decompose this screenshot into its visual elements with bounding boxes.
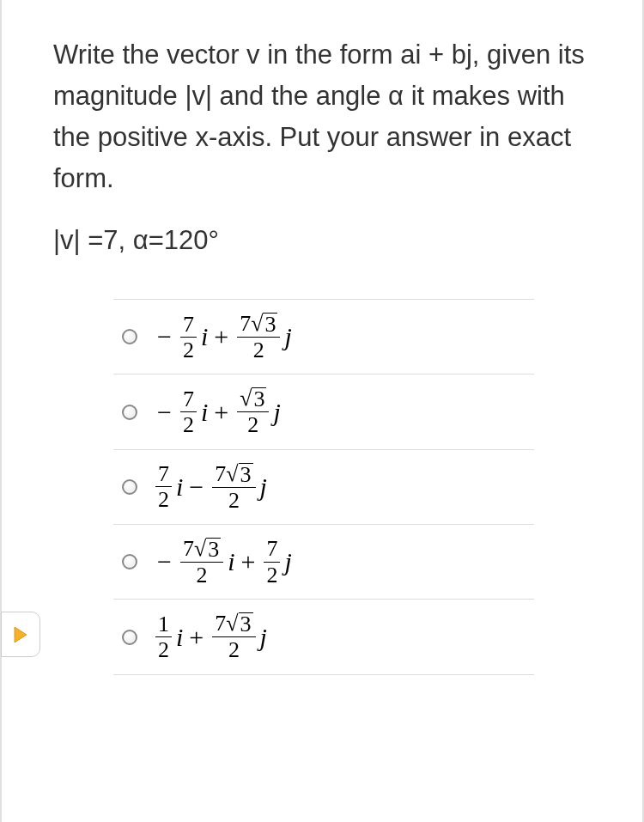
options-list: − 7 2 i + 7√3 2 j — [113, 299, 534, 674]
mid-op: + — [214, 398, 228, 427]
j-var: j — [284, 547, 291, 576]
sign-a: − — [157, 547, 172, 576]
radio-icon[interactable] — [122, 630, 137, 645]
fraction-b: 7√3 2 — [212, 462, 255, 512]
page-container: Write the vector v in the form ai + bj, … — [0, 0, 644, 822]
mid-op: + — [241, 547, 256, 576]
question-text: Write the vector v in the form ai + bj, … — [53, 34, 595, 199]
mid-op: + — [189, 623, 204, 652]
fraction-b: √3 2 — [237, 387, 269, 436]
radio-icon[interactable] — [122, 329, 137, 344]
radio-icon[interactable] — [122, 405, 137, 420]
radio-icon[interactable] — [122, 554, 137, 569]
option-expression: 7 2 i − 7√3 2 j — [153, 462, 267, 512]
option-expression: − 7 2 i + 7√3 2 j — [153, 312, 292, 362]
option-row[interactable]: − 7 2 i + 7√3 2 j — [113, 300, 534, 374]
fraction-b: 7 2 — [264, 537, 280, 587]
option-row[interactable]: − 7 2 i + √3 2 j — [113, 374, 534, 449]
mid-op: − — [189, 472, 204, 502]
j-var: j — [284, 322, 291, 351]
mid-op: + — [214, 322, 228, 351]
sqrt-icon: √3 — [240, 387, 266, 411]
option-row[interactable]: 7 2 i − 7√3 2 j — [113, 450, 534, 525]
play-button[interactable] — [1, 612, 40, 657]
j-var: j — [260, 623, 267, 652]
play-icon — [12, 625, 29, 644]
option-expression: 1 2 i + 7√3 2 j — [153, 612, 267, 661]
fraction-a: 7 2 — [180, 387, 197, 437]
fraction-b: 7√3 2 — [237, 312, 280, 362]
option-expression: − 7√3 2 i + 7 2 j — [153, 537, 292, 587]
i-var: i — [228, 547, 234, 576]
option-expression: − 7 2 i + √3 2 j — [153, 387, 281, 436]
i-var: i — [201, 398, 208, 427]
sqrt-icon: √3 — [226, 463, 252, 486]
fraction-a: 7√3 2 — [180, 537, 223, 587]
sqrt-icon: √3 — [226, 612, 252, 636]
fraction-a: 7 2 — [155, 462, 172, 512]
option-row[interactable]: 1 2 i + 7√3 2 j — [113, 600, 534, 674]
radio-icon[interactable] — [122, 479, 137, 495]
sqrt-icon: √3 — [194, 538, 221, 561]
j-var: j — [260, 472, 267, 502]
sign-a: − — [157, 322, 172, 351]
fraction-a: 7 2 — [180, 313, 197, 362]
svg-marker-0 — [15, 627, 27, 642]
j-var: j — [273, 398, 280, 427]
sign-a: − — [157, 398, 172, 427]
sqrt-icon: √3 — [251, 313, 277, 336]
option-row[interactable]: − 7√3 2 i + 7 2 j — [113, 525, 534, 600]
fraction-b: 7√3 2 — [212, 612, 255, 661]
i-var: i — [176, 623, 183, 652]
i-var: i — [201, 322, 208, 351]
question-given: |v| =7, α=120° — [53, 225, 595, 256]
fraction-a: 1 2 — [155, 612, 172, 662]
i-var: i — [176, 472, 183, 502]
